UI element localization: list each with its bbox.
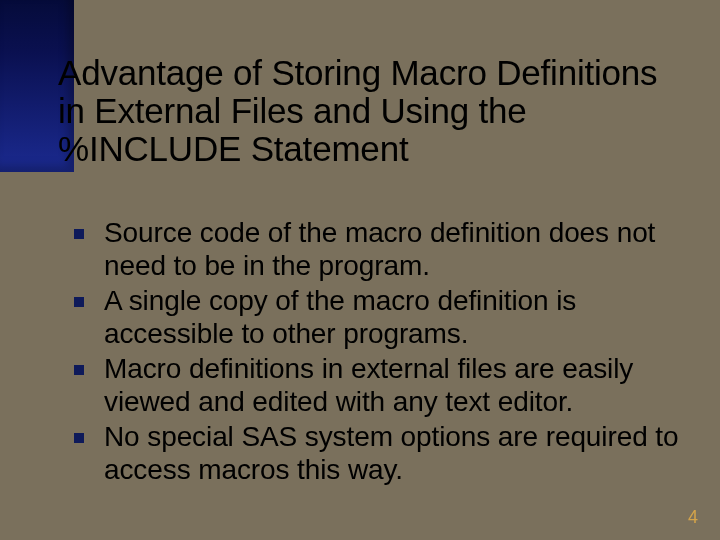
bullet-text: Macro definitions in external files are …: [104, 353, 633, 417]
bullet-text: Source code of the macro definition does…: [104, 217, 655, 281]
square-bullet-icon: [74, 433, 84, 443]
list-item: Macro definitions in external files are …: [70, 352, 680, 418]
list-item: No special SAS system options are requir…: [70, 420, 680, 486]
list-item: Source code of the macro definition does…: [70, 216, 680, 282]
list-item: A single copy of the macro definition is…: [70, 284, 680, 350]
square-bullet-icon: [74, 229, 84, 239]
page-number: 4: [688, 507, 698, 528]
bullet-text: No special SAS system options are requir…: [104, 421, 678, 485]
slide: Advantage of Storing Macro Definitions i…: [0, 0, 720, 540]
square-bullet-icon: [74, 297, 84, 307]
slide-body: Source code of the macro definition does…: [70, 216, 680, 488]
square-bullet-icon: [74, 365, 84, 375]
slide-title: Advantage of Storing Macro Definitions i…: [58, 54, 678, 167]
bullet-text: A single copy of the macro definition is…: [104, 285, 576, 349]
